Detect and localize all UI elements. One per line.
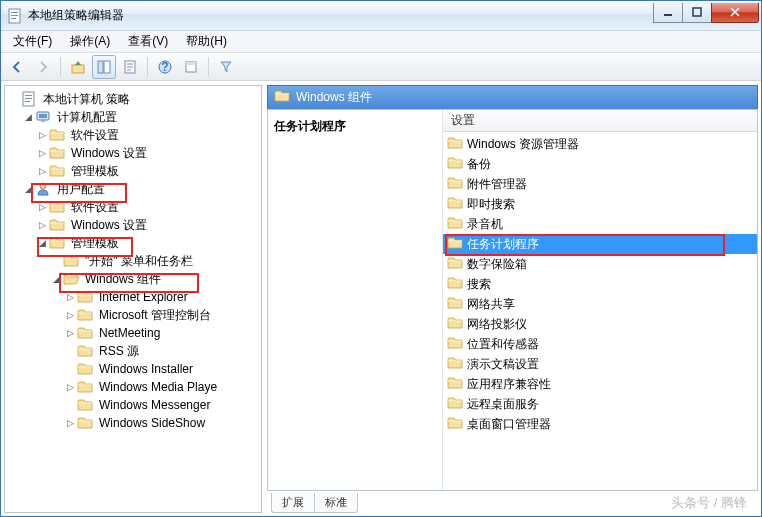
tree-item[interactable]: RSS 源 [96,342,142,361]
list-item[interactable]: 桌面窗口管理器 [443,414,757,434]
tree-admin-templates[interactable]: 管理模板 [68,234,122,253]
list-item-label: 远程桌面服务 [467,396,539,413]
folder-open-icon [63,271,79,287]
folder-icon [447,315,463,334]
list-item[interactable]: 位置和传感器 [443,334,757,354]
show-tree-button[interactable] [92,55,116,79]
folder-icon [447,355,463,374]
tree-item[interactable]: NetMeeting [96,325,163,341]
expander-icon[interactable]: ◢ [35,236,49,250]
list-item[interactable]: 搜索 [443,274,757,294]
options-button[interactable] [179,55,203,79]
expander-icon[interactable]: ◢ [21,110,35,124]
list-item[interactable]: 远程桌面服务 [443,394,757,414]
tree-item[interactable]: 软件设置 [68,198,122,217]
tree-item[interactable]: 软件设置 [68,126,122,145]
tree-item[interactable]: Internet Explorer [96,289,191,305]
list-item-label: 任务计划程序 [467,236,539,253]
tree-user-config[interactable]: 用户配置 [54,180,108,199]
list-item[interactable]: 备份 [443,154,757,174]
folder-icon [77,325,93,341]
column-header[interactable]: 设置 [443,110,757,132]
tree-item[interactable]: Microsoft 管理控制台 [96,306,214,325]
detail-title: 任务计划程序 [274,118,436,135]
list-item-label: 备份 [467,156,491,173]
help-button[interactable]: ? [153,55,177,79]
folder-icon [49,217,65,233]
expander-icon[interactable]: ▷ [35,128,49,142]
expander-icon[interactable]: ▷ [35,218,49,232]
expander-icon[interactable]: ▷ [63,416,77,430]
list-item[interactable]: 附件管理器 [443,174,757,194]
folder-icon [447,155,463,174]
tree-item[interactable]: Windows 设置 [68,216,150,235]
window-title: 本地组策略编辑器 [28,7,654,24]
tree-item[interactable]: Windows Media Playe [96,379,220,395]
list-item[interactable]: Windows 资源管理器 [443,134,757,154]
svg-rect-10 [72,65,84,73]
tree-item[interactable]: Windows SideShow [96,415,208,431]
menubar: 文件(F) 操作(A) 查看(V) 帮助(H) [1,31,761,53]
tree-item[interactable]: 管理模板 [68,162,122,181]
svg-rect-12 [104,61,110,73]
expander-icon[interactable]: ◢ [49,272,63,286]
filter-button[interactable] [214,55,238,79]
menu-action[interactable]: 操作(A) [62,31,118,52]
detail-panel: 任务计划程序 [268,110,443,490]
folder-icon [77,379,93,395]
expander-icon[interactable]: ▷ [35,164,49,178]
app-window: 本地组策略编辑器 文件(F) 操作(A) 查看(V) 帮助(H) ? 本地计算机… [0,0,762,517]
maximize-button[interactable] [682,3,712,23]
expander-icon[interactable]: ▷ [35,200,49,214]
folder-icon [77,415,93,431]
tree-windows-components[interactable]: Windows 组件 [82,270,164,289]
close-button[interactable] [711,3,759,23]
list-item-label: 网络共享 [467,296,515,313]
expander-icon[interactable]: ▷ [63,308,77,322]
expander-icon[interactable]: ▷ [63,290,77,304]
tree-root[interactable]: 本地计算机 策略 [40,90,133,109]
forward-button[interactable] [31,55,55,79]
policy-icon [21,91,37,107]
up-button[interactable] [66,55,90,79]
expander-icon[interactable]: ▷ [35,146,49,160]
list-item[interactable]: 应用程序兼容性 [443,374,757,394]
list-item-label: 即时搜索 [467,196,515,213]
tab-standard[interactable]: 标准 [314,493,358,513]
list-item[interactable]: 网络投影仪 [443,314,757,334]
settings-list-pane[interactable]: 设置 Windows 资源管理器备份附件管理器即时搜索录音机任务计划程序数字保险… [443,110,757,490]
list-item[interactable]: 网络共享 [443,294,757,314]
menu-view[interactable]: 查看(V) [120,31,176,52]
menu-help[interactable]: 帮助(H) [178,31,235,52]
tree-item[interactable]: Windows Messenger [96,397,213,413]
right-pane: Windows 组件 任务计划程序 设置 Windows 资源管理器备份附件管理… [267,85,758,513]
properties-button[interactable] [118,55,142,79]
list-item[interactable]: 即时搜索 [443,194,757,214]
folder-icon [447,335,463,354]
list-item[interactable]: 录音机 [443,214,757,234]
content-area: 本地计算机 策略 ◢计算机配置 ▷软件设置 ▷Windows 设置 ▷管理模板 … [1,81,761,516]
folder-icon [447,235,463,254]
tree-item[interactable]: Windows Installer [96,361,196,377]
tab-extended[interactable]: 扩展 [271,493,315,513]
back-button[interactable] [5,55,29,79]
expander-icon[interactable]: ▷ [63,326,77,340]
list-item-label: 数字保险箱 [467,256,527,273]
toolbar: ? [1,53,761,81]
list-item[interactable]: 数字保险箱 [443,254,757,274]
expander-icon[interactable]: ▷ [63,380,77,394]
menu-file[interactable]: 文件(F) [5,31,60,52]
svg-text:?: ? [161,60,168,74]
tree-computer-config[interactable]: 计算机配置 [54,108,120,127]
tree-pane[interactable]: 本地计算机 策略 ◢计算机配置 ▷软件设置 ▷Windows 设置 ▷管理模板 … [4,85,262,513]
list-item[interactable]: 任务计划程序 [443,234,757,254]
folder-icon [447,415,463,434]
expander-icon[interactable]: ◢ [21,182,35,196]
tree-item[interactable]: "开始" 菜单和任务栏 [82,252,196,271]
list-item[interactable]: 演示文稿设置 [443,354,757,374]
svg-rect-9 [693,8,701,16]
minimize-button[interactable] [653,3,683,23]
tree-item[interactable]: Windows 设置 [68,144,150,163]
folder-icon [447,215,463,234]
folder-icon [77,343,93,359]
